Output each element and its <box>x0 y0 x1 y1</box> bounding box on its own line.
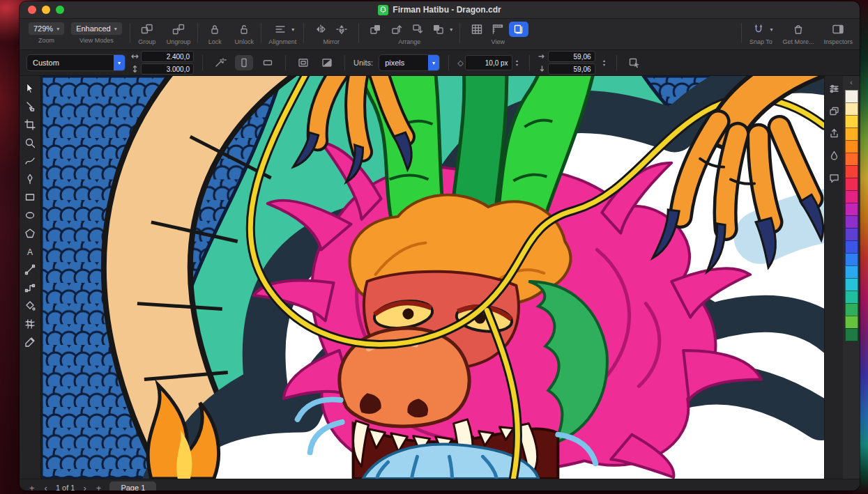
object-height-field[interactable]: 3.000,0 <box>141 63 194 75</box>
transform-button[interactable] <box>625 55 644 70</box>
ungroup-button[interactable] <box>169 22 188 37</box>
stepper-down-icon[interactable]: ▾ <box>601 63 608 67</box>
crop-tool[interactable] <box>22 118 38 132</box>
backward-one-button[interactable] <box>408 22 427 37</box>
alignment-label: Alignment <box>268 38 296 45</box>
ungroup-icon <box>172 24 185 35</box>
add-page-button[interactable]: + <box>28 484 36 491</box>
color-swatch[interactable] <box>845 291 858 304</box>
stepper-down-icon[interactable]: ▾ <box>514 63 521 67</box>
text-tool[interactable]: A <box>22 245 38 258</box>
color-swatch[interactable] <box>845 265 858 279</box>
ellipse-tool[interactable] <box>22 208 38 222</box>
alignment-button[interactable] <box>271 22 290 37</box>
color-swatch[interactable] <box>845 316 858 329</box>
polygon-tool[interactable] <box>22 226 38 240</box>
chevron-down-icon[interactable]: ▾ <box>291 26 294 33</box>
color-swatch[interactable] <box>845 328 858 341</box>
color-swatch[interactable] <box>845 303 858 316</box>
mirror-horizontal-button[interactable] <box>311 22 330 37</box>
line-tool[interactable] <box>22 263 38 277</box>
color-swatch[interactable] <box>845 128 858 141</box>
snap-to-button[interactable] <box>749 22 768 37</box>
add-page-tab-button[interactable]: + <box>95 484 103 491</box>
layers-icon <box>829 106 839 116</box>
palette-expand-button[interactable]: ‹ <box>850 78 852 88</box>
properties-inspector-button[interactable] <box>826 82 842 95</box>
units-value: pixels <box>379 59 428 67</box>
portrait-button[interactable] <box>235 55 253 70</box>
fill-tool[interactable] <box>22 299 38 313</box>
fill-inspector-button[interactable] <box>826 148 842 162</box>
chevron-down-icon[interactable]: ▾ <box>450 26 452 33</box>
color-swatch[interactable] <box>845 190 858 203</box>
eyedropper-tool[interactable] <box>22 335 38 349</box>
color-swatch[interactable] <box>845 215 858 229</box>
connector-tool[interactable] <box>22 281 38 295</box>
view-modes-select[interactable]: Enhanced ▾ <box>70 22 123 36</box>
color-swatch[interactable] <box>845 165 858 178</box>
unlock-button[interactable] <box>234 22 254 37</box>
zoom-window-button[interactable] <box>56 6 64 14</box>
to-back-button[interactable] <box>429 22 448 37</box>
magnet-icon <box>752 24 765 35</box>
group-button[interactable] <box>137 22 157 37</box>
get-more-button[interactable] <box>789 22 808 37</box>
chevron-down-icon[interactable]: ▾ <box>770 26 772 33</box>
preset-value: Custom <box>27 59 114 67</box>
color-swatch[interactable] <box>845 140 858 153</box>
view-pages-button[interactable] <box>509 22 528 37</box>
inspectors-button[interactable] <box>828 22 848 37</box>
color-swatch[interactable] <box>845 102 858 116</box>
pick-tool[interactable] <box>22 82 38 95</box>
view-grid-button[interactable] <box>467 22 487 37</box>
color-swatch[interactable] <box>845 228 858 241</box>
toolbar-separator <box>459 23 460 43</box>
preset-select[interactable]: Custom ▾ <box>26 54 125 71</box>
next-page-button[interactable]: › <box>82 484 87 491</box>
rectangle-tool[interactable] <box>22 190 38 204</box>
fill-settings-button[interactable] <box>318 55 336 70</box>
canvas[interactable] <box>41 76 824 479</box>
color-swatch[interactable] <box>845 115 858 128</box>
nudge-field[interactable]: 10,0 px <box>465 55 512 70</box>
mirror-vertical-button[interactable] <box>332 22 351 37</box>
forward-one-button[interactable] <box>387 22 406 37</box>
transform-icon <box>628 57 641 68</box>
color-swatch[interactable] <box>845 278 858 291</box>
page-tab[interactable]: Page 1 <box>109 481 156 491</box>
view-rulers-button[interactable] <box>488 22 508 37</box>
zoom-tool[interactable] <box>22 136 38 150</box>
wand-button[interactable] <box>211 55 229 70</box>
zoom-select[interactable]: 729% ▾ <box>28 22 65 36</box>
landscape-button[interactable] <box>259 55 277 70</box>
color-swatch[interactable] <box>845 240 858 254</box>
pick-tool-icon <box>24 83 36 94</box>
duplicate-x-field[interactable]: 59,06 <box>548 51 595 62</box>
prev-page-button[interactable]: ‹ <box>43 484 49 491</box>
object-width-field[interactable]: 2.400,0 <box>141 51 194 62</box>
objects-inspector-button[interactable] <box>826 104 842 118</box>
chevron-down-icon: ▾ <box>428 55 439 70</box>
export-inspector-button[interactable] <box>826 126 842 140</box>
color-swatch[interactable] <box>845 253 858 266</box>
color-swatch[interactable] <box>845 178 858 191</box>
mirror-label: Mirror <box>323 38 340 45</box>
crop-tool-icon <box>24 119 36 130</box>
pen-tool[interactable] <box>22 172 38 186</box>
outline-settings-button[interactable] <box>294 55 312 70</box>
to-front-button[interactable] <box>366 22 386 37</box>
lock-button[interactable] <box>205 22 224 37</box>
color-swatch[interactable] <box>845 153 858 166</box>
zoom-label: Zoom <box>38 37 54 44</box>
minimize-button[interactable] <box>42 6 50 14</box>
color-swatch[interactable] <box>845 203 858 216</box>
comments-inspector-button[interactable] <box>826 171 842 185</box>
color-swatch[interactable] <box>845 90 858 103</box>
mesh-fill-tool[interactable] <box>22 317 38 331</box>
units-select[interactable]: pixels ▾ <box>379 54 440 71</box>
freehand-tool[interactable] <box>22 154 38 168</box>
duplicate-y-field[interactable]: 59,06 <box>548 63 595 75</box>
close-button[interactable] <box>28 6 36 14</box>
shape-tool[interactable] <box>22 100 38 114</box>
